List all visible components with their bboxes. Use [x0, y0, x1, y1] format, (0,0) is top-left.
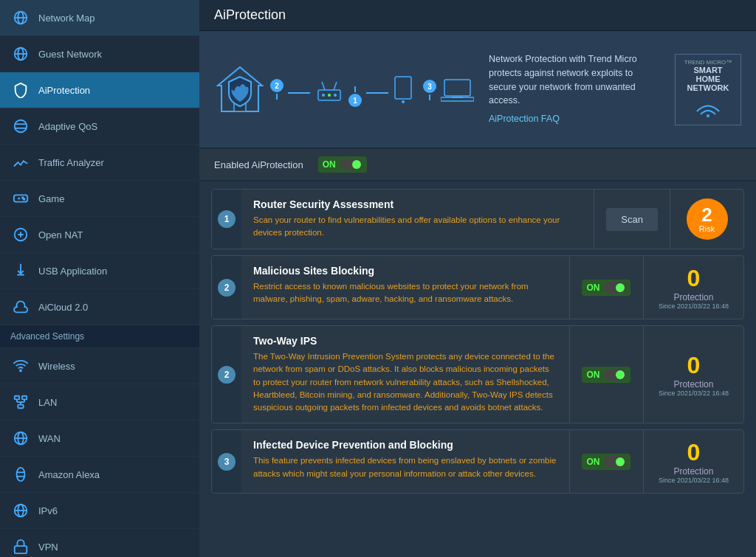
- enable-label: Enabled AiProtection: [214, 159, 303, 170]
- svg-line-42: [334, 82, 337, 90]
- line-2: [366, 92, 388, 94]
- svg-rect-46: [395, 77, 411, 99]
- svg-point-44: [328, 94, 331, 97]
- hero-banner: 2 1: [199, 31, 756, 149]
- router-graphic: [315, 79, 344, 108]
- sidebar-item-label: USB Application: [38, 266, 107, 277]
- card-stats-4: 0 Protection Since 2021/03/22 16:48: [643, 430, 743, 493]
- card-desc-1: Scan your router to find vulnerabilities…: [253, 214, 582, 240]
- card-number-2b: 2: [212, 326, 241, 423]
- infected-device-toggle[interactable]: ON: [582, 454, 630, 470]
- sidebar-item-adaptive-qos[interactable]: Adaptive QoS: [0, 108, 199, 145]
- sidebar-item-traffic-analyzer[interactable]: Traffic Analyzer: [0, 145, 199, 181]
- sidebar-item-game[interactable]: Game: [0, 181, 199, 217]
- sidebar-item-label: Wireless: [38, 361, 75, 372]
- sidebar-item-label: WAN: [38, 433, 61, 444]
- sidebar-item-aicloud[interactable]: AiCloud 2.0: [0, 289, 199, 325]
- two-way-ips-card: 2 Two-Way IPS The Two-Way Intrusion Prev…: [211, 325, 744, 423]
- cloud-icon: [10, 297, 31, 317]
- card-title-4: Infected Device Prevention and Blocking: [253, 439, 557, 451]
- sliders-icon: [10, 116, 31, 136]
- house-shield-graphic: [214, 63, 266, 115]
- svg-point-26: [17, 468, 25, 481]
- malicious-sites-toggle[interactable]: ON: [582, 280, 630, 296]
- toggle-on-text-3: ON: [586, 370, 599, 380]
- stat-since-2: Since 2021/03/22 16:48: [659, 302, 729, 310]
- svg-point-15: [20, 370, 21, 372]
- toggle-slider: [340, 159, 362, 170]
- ipv6-icon: [10, 500, 31, 521]
- svg-rect-18: [18, 405, 23, 409]
- advanced-settings-header: Advanced Settings: [0, 325, 199, 348]
- sidebar-item-label: Guest Network: [38, 49, 102, 60]
- sidebar-item-label: Amazon Alexa: [38, 469, 100, 480]
- enable-aiprotection-row: Enabled AiProtection ON: [199, 149, 756, 181]
- globe-icon-2: [10, 44, 31, 64]
- two-way-ips-toggle[interactable]: ON: [582, 367, 630, 383]
- sidebar-item-label: Network Map: [38, 13, 95, 24]
- alexa-icon: [10, 464, 31, 485]
- connection-step-2: 2: [270, 79, 284, 100]
- sidebar-item-label: AiCloud 2.0: [38, 302, 88, 313]
- svg-point-6: [15, 120, 27, 133]
- card-stats-3: 0 Protection Since 2021/03/22 16:48: [643, 326, 743, 423]
- sidebar-item-wireless[interactable]: Wireless: [0, 348, 199, 384]
- risk-badge: 2 Risk: [687, 198, 728, 240]
- lan-icon: [10, 392, 31, 412]
- svg-point-51: [707, 114, 709, 117]
- game-icon: [10, 188, 31, 209]
- aiprotection-faq-link[interactable]: AiProtection FAQ: [489, 114, 560, 124]
- malicious-sites-card: 2 Malicious Sites Blocking Restrict acce…: [211, 255, 744, 319]
- sidebar-item-guest-network[interactable]: Guest Network: [0, 36, 199, 72]
- sidebar-item-lan[interactable]: LAN: [0, 384, 199, 421]
- network-icon: [10, 224, 31, 245]
- card-number-1: 1: [212, 190, 241, 249]
- stat-since-3: Since 2021/03/22 16:48: [659, 390, 729, 397]
- toggle-slider-3: [604, 369, 626, 381]
- sidebar-item-label: LAN: [38, 397, 57, 408]
- svg-point-47: [402, 100, 405, 103]
- two-way-ips-toggle-action: ON: [569, 326, 643, 423]
- sidebar-item-label: VPN: [38, 542, 58, 553]
- card-body-4: Infected Device Prevention and Blocking …: [241, 430, 569, 493]
- stat-label-4: Protection: [673, 466, 713, 477]
- svg-point-13: [24, 198, 25, 200]
- router-security-card: 1 Router Security Assessment Scan your r…: [211, 189, 744, 249]
- svg-point-43: [322, 94, 325, 97]
- toggle-on-text-2: ON: [586, 283, 599, 293]
- svg-rect-16: [15, 396, 19, 400]
- vpn-icon: [10, 536, 31, 557]
- sidebar-item-wan[interactable]: WAN: [0, 421, 199, 457]
- chart-icon: [10, 152, 31, 173]
- malicious-toggle-action: ON: [569, 256, 643, 319]
- globe-icon: [10, 7, 31, 28]
- card-body-2: Malicious Sites Blocking Restrict access…: [241, 256, 569, 319]
- card-desc-2: Restrict access to known malicious websi…: [253, 280, 557, 306]
- sidebar-item-usb-application[interactable]: USB Application: [0, 253, 199, 289]
- sidebar-item-network-map[interactable]: Network Map: [0, 0, 199, 36]
- sidebar-item-open-nat[interactable]: Open NAT: [0, 217, 199, 253]
- stat-number-3: 0: [687, 352, 701, 379]
- card-desc-4: This feature prevents infected devices f…: [253, 454, 557, 480]
- connection-step-1: 1: [348, 86, 362, 107]
- sidebar-item-vpn[interactable]: VPN: [0, 529, 199, 557]
- sidebar-item-label: Game: [38, 193, 64, 204]
- stat-label-2: Protection: [673, 292, 713, 302]
- trend-micro-logo: TREND MICRO™ SMART HOME NETWORK: [675, 54, 741, 125]
- aiprotection-toggle[interactable]: ON: [318, 156, 367, 173]
- toggle-on-text: ON: [323, 159, 336, 170]
- wan-globe-icon: [10, 428, 31, 449]
- line-1: [288, 92, 310, 94]
- main-content: AiProtection 2: [199, 0, 756, 557]
- laptop-graphic: [441, 77, 474, 108]
- toggle-on-text-4: ON: [586, 457, 599, 467]
- sidebar-item-ipv6[interactable]: IPv6: [0, 493, 199, 529]
- sidebar-item-aiprotection[interactable]: AiProtection: [0, 72, 199, 108]
- sidebar-item-amazon-alexa[interactable]: Amazon Alexa: [0, 457, 199, 493]
- card-stats-1: 2 Risk: [670, 190, 743, 249]
- features-list: 1 Router Security Assessment Scan your r…: [199, 181, 756, 501]
- card-body-3: Two-Way IPS The Two-Way Intrusion Preven…: [241, 326, 569, 423]
- scan-button[interactable]: Scan: [606, 208, 658, 231]
- stat-number-4: 0: [687, 439, 701, 466]
- card-desc-3: The Two-Way Intrusion Prevention System …: [253, 350, 557, 414]
